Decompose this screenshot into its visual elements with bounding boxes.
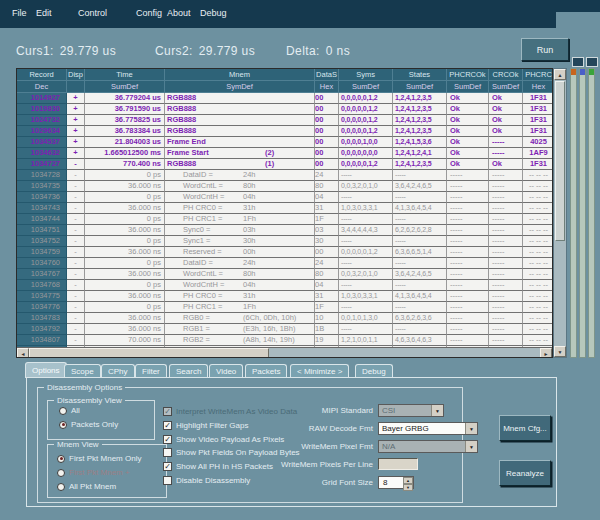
cell-phcrc: -- -- -- (523, 203, 553, 214)
table-row[interactable]: 1034728-0 psDataID =24h24---------------… (17, 170, 553, 181)
cell-phok: ----- (447, 181, 489, 192)
mnem-name: RGB888 (165, 104, 196, 114)
spinner-grid-font-size[interactable]: 8▲▼ (378, 476, 414, 489)
table-row[interactable]: 1034736-0 psWordCntH =04h04-------------… (17, 192, 553, 203)
input-writemem-pixels-per-line[interactable] (378, 458, 418, 470)
tab-debug[interactable]: Debug (355, 364, 393, 378)
cell-syms: 0,0,0,0,0,1,2 (339, 126, 393, 137)
horizontal-scrollbar[interactable]: ◄ ► (17, 347, 552, 358)
radio-disassembly-packets-only[interactable]: Packets Only (59, 420, 118, 429)
cell-datas: 00 (315, 115, 339, 126)
radio-disassembly-all[interactable]: All (59, 406, 80, 415)
spinner-buttons[interactable]: ▲▼ (403, 477, 413, 488)
cell-disp: - (67, 280, 85, 291)
mnem-name: PH CRC1 = (165, 302, 222, 312)
cell-rec: 1034751 (17, 225, 67, 236)
tab-cphy[interactable]: CPhy (101, 364, 135, 378)
cell-phok: ----- (447, 324, 489, 335)
select-raw-decode-fmt[interactable]: Bayer GRBG▼ (378, 422, 478, 435)
menu-file[interactable]: File (12, 8, 27, 18)
tab-filter[interactable]: Filter (135, 364, 167, 378)
radio-mnem-first-pkt-mnem[interactable]: First Pkt Mnem + (57, 468, 130, 477)
menu-about[interactable]: About (167, 8, 191, 18)
checkbox-highlight-filter-gaps[interactable]: ✓Highlight Filter Gaps (163, 421, 248, 430)
marker-strip-2[interactable] (579, 68, 586, 358)
cell-states: 3,6,4,2,4,6,5 (393, 269, 447, 280)
checkbox-box: ✓ (163, 407, 172, 416)
horizontal-scroll-thumb[interactable] (29, 348, 269, 358)
cell-disp: + (67, 115, 85, 126)
menu-control[interactable]: Control (78, 8, 107, 18)
grid-header-row: RecordDispTimeMnemDataSSymsStatesPHCRCOk… (17, 69, 552, 81)
table-row[interactable]: 1034776-0 psPH CRC1 =1Fh1F--------------… (17, 302, 553, 313)
table-row[interactable]: 1034792-36.000 nsRGB1 =(E3h, 16h, 1Bh)1B… (17, 324, 553, 335)
radio-label: All Pkt Mnem (69, 482, 116, 491)
table-row[interactable]: 1034783-36.000 nsRGB0 =(6Ch, 0Dh, 10h)10… (17, 313, 553, 324)
cell-disp: + (67, 104, 85, 115)
menu-config[interactable]: Config (136, 8, 162, 18)
table-row[interactable]: 1034537+21.804003 usFrame End000,0,0,0,1… (17, 137, 553, 148)
table-row[interactable]: 1029634+36.783384 usRGB888000,0,0,0,0,1,… (17, 126, 553, 137)
tab-options[interactable]: Options (25, 362, 67, 378)
table-row[interactable]: 1034743-36.000 nsPH CRC0 =31h311,0,3,0,3… (17, 203, 553, 214)
table-row[interactable]: 1019830+36.791590 usRGB888000,0,0,0,0,1,… (17, 104, 553, 115)
scroll-left-button[interactable]: ◄ (17, 348, 29, 358)
reanalyze-button[interactable]: Reanalyze (499, 460, 551, 486)
table-row[interactable]: 1034768-0 psWordCntH =04h04-------------… (17, 280, 553, 291)
table-row[interactable]: 1034807-70.000 nsRGB2 =(A8h, 14h, 19h)19… (17, 335, 553, 346)
marker-strip-3[interactable] (588, 68, 595, 358)
cell-phcrc: -- -- -- (523, 302, 553, 313)
cell-rec: 1034632 (17, 148, 67, 159)
mnem-cfg-button[interactable]: Mnem Cfg... (499, 415, 551, 441)
checkbox-box: ✓ (163, 462, 172, 471)
tab-minimize[interactable]: < Minimize > (290, 364, 349, 378)
scroll-down-button[interactable]: ▼ (554, 346, 566, 357)
cell-mnem: WordCntH =04h (165, 280, 315, 291)
cell-states: 6,3,6,6,5,1,4 (393, 247, 447, 258)
table-row[interactable]: 1024732+36.775825 usRGB888000,0,0,0,0,1,… (17, 115, 553, 126)
spinner-up-icon[interactable]: ▲ (403, 477, 413, 484)
tab-video[interactable]: Video (209, 364, 243, 378)
table-row[interactable]: 1034775-36.000 nsPH CRC0 =31h311,0,3,0,3… (17, 291, 553, 302)
table-row[interactable]: 1034735-36.000 nsWordCntL =80h800,0,3,2,… (17, 181, 553, 192)
cell-syms: 0,0,3,2,0,1,0 (339, 181, 393, 192)
tab-scope[interactable]: Scope (64, 364, 101, 378)
checkbox-disable-disassembly[interactable]: Disable Disassembly (163, 476, 250, 485)
table-row[interactable]: 1034751-36.000 nsSync0 =03h033,4,4,4,4,4… (17, 225, 553, 236)
tab-search[interactable]: Search (169, 364, 208, 378)
cell-syms: 3,4,4,4,4,4,3 (339, 225, 393, 236)
table-row[interactable]: 1034727-770.400 nsRGB888(1)000,0,0,0,0,1… (17, 159, 553, 170)
chevron-down-icon[interactable]: ▼ (465, 423, 477, 434)
cell-syms: 1,0,3,0,3,3,1 (339, 203, 393, 214)
mini-window-icon-2[interactable] (586, 57, 598, 67)
col-subheader-states: SumDef (393, 81, 447, 93)
table-row[interactable]: 1034767-36.000 nsWordCntL =80h800,0,3,2,… (17, 269, 553, 280)
table-row[interactable]: 1014927+36.779204 usRGB888000,0,0,0,0,1,… (17, 93, 553, 104)
cell-states: 6,3,6,2,6,3,6 (393, 313, 447, 324)
cell-rec: 1034807 (17, 335, 67, 346)
mini-window-icon-1[interactable] (572, 57, 584, 67)
run-button[interactable]: Run (521, 38, 569, 61)
cell-mnem: Frame Start(2) (165, 148, 315, 159)
marker-strip-1[interactable] (570, 68, 577, 358)
cell-crok: ----- (489, 269, 523, 280)
cell-rec: 1019830 (17, 104, 67, 115)
col-subheader-record: Dec (17, 81, 67, 93)
vertical-scroll-thumb[interactable] (555, 81, 565, 241)
table-row[interactable]: 1034632+1.665012500 msFrame Start(2)000,… (17, 148, 553, 159)
tab-packets[interactable]: Packets (245, 364, 287, 378)
cell-time: 770.400 ns (85, 159, 165, 170)
table-row[interactable]: 1034759-36.000 nsReserved =00h000,0,0,0,… (17, 247, 553, 258)
table-row[interactable]: 1034752-0 psSync1 =30h30----------------… (17, 236, 553, 247)
table-row[interactable]: 1034744-0 psPH CRC1 =1Fh1F--------------… (17, 214, 553, 225)
radio-mnem-all-pkt-mnem[interactable]: All Pkt Mnem (57, 482, 116, 491)
scroll-up-button[interactable]: ▲ (554, 69, 566, 80)
radio-mnem-first-pkt-mnem-only[interactable]: First Pkt Mnem Only (57, 454, 141, 463)
cell-time: 0 ps (85, 236, 165, 247)
vertical-scrollbar[interactable]: ▲ ▼ (553, 68, 567, 358)
spinner-down-icon[interactable]: ▼ (403, 484, 413, 491)
table-row[interactable]: 1034760-0 psDataID =24h24---------------… (17, 258, 553, 269)
menu-edit[interactable]: Edit (36, 8, 52, 18)
scroll-right-button[interactable]: ► (540, 348, 552, 358)
menu-debug[interactable]: Debug (200, 8, 227, 18)
